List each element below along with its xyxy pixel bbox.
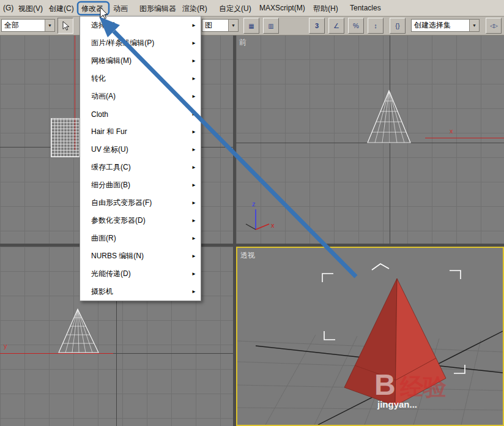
x-axis-label: x xyxy=(450,127,453,135)
view-dropdown-value: 图 xyxy=(202,20,228,31)
front-view-canvas: z x xyxy=(236,35,504,244)
menu-item-selection[interactable]: 选择(S) ► xyxy=(80,17,201,34)
submenu-arrow-icon: ► xyxy=(191,271,196,277)
submenu-arrow-icon: ► xyxy=(191,94,196,99)
menu-item-label: NURBS 编辑(N) xyxy=(91,251,144,261)
axis-tripod: z x xyxy=(246,200,275,230)
watermark-text: jingyan... xyxy=(377,399,417,409)
menu-item-parametric-deformers[interactable]: 参数化变形器(D) ► xyxy=(80,212,201,230)
menu-item-uv-coordinates[interactable]: UV 坐标(U) ► xyxy=(80,141,201,159)
viewport-perspective-label[interactable]: 透视 xyxy=(240,250,255,261)
menu-item-cloth[interactable]: Cloth ► xyxy=(80,105,201,123)
menubar-item-tentacles[interactable]: Tentacles xyxy=(350,4,381,12)
menu-item-cameras[interactable]: 摄影机 ► xyxy=(80,283,201,301)
percent-snap-icon: % xyxy=(353,22,359,29)
submenu-arrow-icon: ► xyxy=(191,218,196,223)
menubar-item-rendering[interactable]: 渲染(R) xyxy=(182,4,207,14)
menu-item-label: 面片/样条线编辑(P) xyxy=(91,38,154,48)
dropdown-arrow-icon[interactable]: ▼ xyxy=(45,20,54,31)
selection-filter-value: 全部 xyxy=(2,20,45,31)
edit-named-selection-sets-button[interactable]: {} xyxy=(390,18,406,34)
menu-item-animation[interactable]: 动画(A) ► xyxy=(80,88,201,105)
perspective-canvas xyxy=(237,248,503,425)
tripod-z-label: z xyxy=(252,200,256,207)
menubar-item-group[interactable]: (G) xyxy=(3,4,13,12)
window-crossing-icon: ▥ xyxy=(268,23,273,29)
viewport-front-label[interactable]: 前 xyxy=(239,37,246,48)
named-selection-combobox[interactable]: 创建选择集 ▼ xyxy=(411,19,480,32)
menu-item-label: 动画(A) xyxy=(91,91,116,102)
menu-item-label: Cloth xyxy=(91,110,108,119)
view-dropdown[interactable]: 图 ▼ xyxy=(202,19,239,32)
watermark-red-text: 经验 xyxy=(400,372,447,403)
menu-item-label: 摄影机 xyxy=(91,286,113,297)
menu-item-nurbs-editing[interactable]: NURBS 编辑(N) ► xyxy=(80,247,201,265)
menubar: (G) 视图(V) 创建(C) 修改器 动画 图形编辑器 渲染(R) 自定义(U… xyxy=(0,0,504,17)
snap-toggle-3d-button[interactable]: 3 xyxy=(309,18,325,34)
menu-item-radiosity[interactable]: 光能传递(D) ► xyxy=(80,265,201,283)
dropdown-arrow-icon[interactable]: ▼ xyxy=(228,20,238,31)
mirror-button[interactable]: ◁▷ xyxy=(486,18,502,34)
menu-item-label: 缓存工具(C) xyxy=(91,162,131,173)
submenu-arrow-icon: ► xyxy=(191,289,196,294)
pyramid-wireframe-front[interactable] xyxy=(361,91,417,143)
menubar-item-create[interactable]: 创建(C) xyxy=(49,4,74,14)
viewport-front[interactable]: 前 x z x xyxy=(236,35,504,244)
menubar-item-modifiers[interactable]: 修改器 xyxy=(81,4,103,14)
modifiers-menu: 选择(S) ► 面片/样条线编辑(P) ► 网格编辑(M) ► 转化 ► 动画(… xyxy=(80,16,201,301)
menu-item-patch-spline-editing[interactable]: 面片/样条线编辑(P) ► xyxy=(80,34,201,52)
menu-item-label: 光能传递(D) xyxy=(91,269,131,279)
menubar-item-views[interactable]: 视图(V) xyxy=(18,4,43,14)
menu-item-conversion[interactable]: 转化 ► xyxy=(80,70,201,88)
menu-item-mesh-editing[interactable]: 网格编辑(M) ► xyxy=(80,52,201,70)
menubar-item-animation[interactable]: 动画 xyxy=(113,4,128,14)
dropdown-arrow-icon[interactable]: ▼ xyxy=(469,20,479,31)
window-crossing-button[interactable]: ▥ xyxy=(263,18,279,34)
select-cursor-icon xyxy=(61,21,70,31)
percent-snap-button[interactable]: % xyxy=(348,18,364,34)
menu-item-cache-tools[interactable]: 缓存工具(C) ► xyxy=(80,159,201,176)
menubar-item-maxscript[interactable]: MAXScript(M) xyxy=(259,4,305,12)
menu-item-label: Hair 和 Fur xyxy=(91,127,127,137)
pyramid-wireframe-left[interactable] xyxy=(54,309,103,353)
submenu-arrow-icon: ► xyxy=(191,76,196,81)
menu-item-label: 参数化变形器(D) xyxy=(91,215,146,226)
angle-snap-button[interactable]: ∠ xyxy=(328,18,344,34)
selection-filter-dropdown[interactable]: 全部 ▼ xyxy=(1,19,55,32)
submenu-arrow-icon: ► xyxy=(191,165,196,170)
menu-item-label: 选择(S) xyxy=(91,20,116,31)
submenu-arrow-icon: ► xyxy=(191,236,196,241)
spinner-snap-icon: ↕ xyxy=(374,22,377,29)
menu-item-subdivision-surfaces[interactable]: 细分曲面(B) ► xyxy=(80,176,201,194)
y-axis-label: y xyxy=(4,342,7,349)
region-select-button[interactable]: ▦ xyxy=(243,18,259,34)
menu-item-label: 自由形式变形器(F) xyxy=(91,198,152,208)
tripod-x-label: x xyxy=(271,222,275,229)
mirror-icon: ◁▷ xyxy=(490,23,497,29)
named-selection-value: 创建选择集 xyxy=(412,20,469,31)
submenu-arrow-icon: ► xyxy=(191,40,196,46)
submenu-arrow-icon: ► xyxy=(191,182,196,188)
menu-item-label: 曲面(R) xyxy=(91,233,116,244)
named-sets-icon: {} xyxy=(395,22,399,29)
menu-item-label: 网格编辑(M) xyxy=(91,56,132,66)
angle-snap-icon: ∠ xyxy=(333,22,339,30)
submenu-arrow-icon: ► xyxy=(191,200,196,206)
3ds-max-window: (G) 视图(V) 创建(C) 修改器 动画 图形编辑器 渲染(R) 自定义(U… xyxy=(0,0,504,426)
select-object-button[interactable] xyxy=(57,18,73,34)
snap-3d-icon: 3 xyxy=(315,22,319,29)
viewport-perspective[interactable]: 透视 B 经验 jing xyxy=(236,247,504,426)
menu-item-label: 细分曲面(B) xyxy=(91,180,130,190)
menu-item-label: UV 坐标(U) xyxy=(91,144,128,155)
spinner-snap-button[interactable]: ↕ xyxy=(368,18,384,34)
watermark-ghost-letter: B xyxy=(374,368,396,402)
menubar-item-graph-editors[interactable]: 图形编辑器 xyxy=(139,4,176,14)
menu-item-free-form-deformers[interactable]: 自由形式变形器(F) ► xyxy=(80,194,201,212)
submenu-arrow-icon: ► xyxy=(191,253,196,259)
submenu-arrow-icon: ► xyxy=(191,58,196,64)
menubar-item-help[interactable]: 帮助(H) xyxy=(313,4,338,14)
menu-item-surface[interactable]: 曲面(R) ► xyxy=(80,230,201,247)
main-toolbar: 全部 ▼ 图 ▼ ▦ ▥ 3 ∠ % ↕ {} xyxy=(0,17,504,36)
menu-item-hair-and-fur[interactable]: Hair 和 Fur ► xyxy=(80,123,201,141)
menubar-item-customize[interactable]: 自定义(U) xyxy=(219,4,251,14)
